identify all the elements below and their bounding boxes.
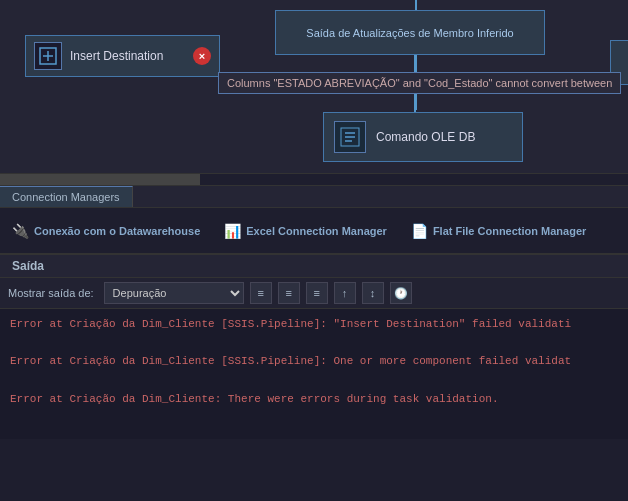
toolbar-btn-list[interactable]: ≡ (250, 282, 272, 304)
list3-icon: ≡ (313, 287, 319, 299)
ole-db-label: Comando OLE DB (376, 130, 475, 144)
error-tooltip: Columns "ESTADO ABREVIAÇÃO" and "Cod_Est… (218, 72, 621, 94)
show-output-label: Mostrar saída de: (8, 287, 94, 299)
output-header-label: Saída (12, 259, 44, 273)
error-tooltip-text: Columns "ESTADO ABREVIAÇÃO" and "Cod_Est… (227, 77, 612, 89)
toolbar-btn-clock[interactable]: 🕐 (390, 282, 412, 304)
clock-icon: 🕐 (394, 287, 408, 300)
insert-dest-close-button[interactable]: × (193, 47, 211, 65)
output-messages: Error at Criação da Dim_Cliente [SSIS.Pi… (0, 309, 628, 439)
connection-managers-items: 🔌 Conexão com o Datawarehouse 📊 Excel Co… (0, 208, 628, 253)
toolbar-btn-list2[interactable]: ≡ (278, 282, 300, 304)
output-msg-5: Error at Criação da Dim_Cliente: There w… (10, 390, 618, 409)
ole-db-node[interactable]: Comando OLE DB (323, 112, 523, 162)
insert-dest-icon (34, 42, 62, 70)
ole-db-icon (334, 121, 366, 153)
output-header: Saída (0, 255, 628, 278)
output-toolbar: Mostrar saída de: Depuração ≡ ≡ ≡ ↑ ↕ 🕐 (0, 278, 628, 309)
top-node[interactable]: Saída de Atualizações de Membro Inferido (275, 10, 545, 55)
toolbar-btn-sort[interactable]: ↕ (362, 282, 384, 304)
conn-icon-flatfile: 📄 (411, 223, 428, 239)
connection-managers-panel: Connection Managers 🔌 Conexão com o Data… (0, 185, 628, 253)
close-icon: × (199, 50, 205, 62)
output-msg-3: Error at Criação da Dim_Cliente [SSIS.Pi… (10, 352, 618, 371)
toolbar-btn-up[interactable]: ↑ (334, 282, 356, 304)
connection-managers-tab[interactable]: Connection Managers (0, 186, 133, 207)
canvas-scrollbar-thumb[interactable] (0, 174, 200, 185)
canvas-scrollbar[interactable] (0, 173, 628, 185)
conn-item-flatfile[interactable]: 📄 Flat File Connection Manager (411, 223, 586, 239)
conn-icon-datawarehouse: 🔌 (12, 223, 29, 239)
conn-item-datawarehouse[interactable]: 🔌 Conexão com o Datawarehouse (12, 223, 200, 239)
conn-label-flatfile: Flat File Connection Manager (433, 225, 586, 237)
up-icon: ↑ (342, 287, 348, 299)
connection-managers-tab-bar: Connection Managers (0, 186, 628, 208)
toolbar-btn-list3[interactable]: ≡ (306, 282, 328, 304)
output-msg-1: Error at Criação da Dim_Cliente [SSIS.Pi… (10, 315, 618, 334)
list2-icon: ≡ (285, 287, 291, 299)
output-source-dropdown[interactable]: Depuração (104, 282, 244, 304)
canvas-area: Saída de Atualizações de Membro Inferido… (0, 0, 628, 185)
conn-item-excel[interactable]: 📊 Excel Connection Manager (224, 223, 387, 239)
conn-label-excel: Excel Connection Manager (246, 225, 387, 237)
top-node-label: Saída de Atualizações de Membro Inferido (306, 27, 513, 39)
list-icon: ≡ (257, 287, 263, 299)
output-msg-4 (10, 371, 618, 390)
output-panel: Saída Mostrar saída de: Depuração ≡ ≡ ≡ … (0, 253, 628, 439)
sort-icon: ↕ (370, 287, 376, 299)
conn-icon-excel: 📊 (224, 223, 241, 239)
conn-label-datawarehouse: Conexão com o Datawarehouse (34, 225, 200, 237)
output-msg-2 (10, 334, 618, 353)
insert-dest-label: Insert Destination (70, 49, 185, 63)
insert-destination-node[interactable]: Insert Destination × (25, 35, 220, 77)
